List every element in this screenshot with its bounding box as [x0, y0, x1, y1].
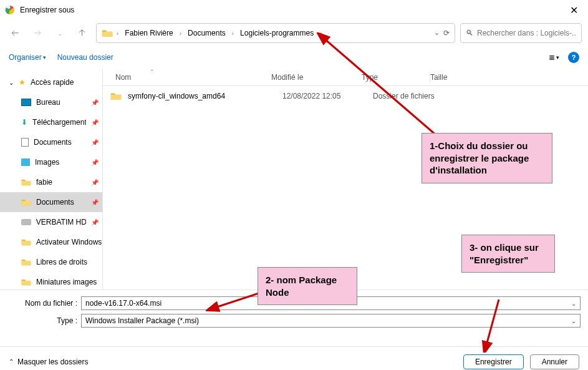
sidebar: ⌄ ★ Accès rapide Bureau 📌 ⬇ Téléchargeme…	[0, 69, 103, 290]
sidebar-item-libres[interactable]: Libres de droits	[0, 252, 102, 272]
crumb-sep-icon: ›	[232, 30, 234, 37]
chevron-up-icon: ⌃	[9, 358, 14, 365]
sidebar-item-label: Libres de droits	[36, 258, 87, 266]
pin-icon: 📌	[91, 179, 99, 186]
desktop-icon	[21, 99, 31, 106]
save-button[interactable]: Enregistrer	[463, 354, 524, 369]
column-name-label: Nom	[115, 73, 131, 82]
sidebar-item-label: Miniatures images	[36, 278, 97, 286]
annotation-1: 1-Choix du dossier ou enregistrer le pac…	[422, 133, 552, 183]
file-type: Dossier de fichiers	[373, 92, 466, 100]
pin-icon: 📌	[91, 119, 99, 126]
column-modified[interactable]: Modifié le	[271, 73, 362, 82]
forward-button[interactable]: 🡢	[29, 24, 46, 42]
refresh-icon[interactable]: ⟳	[443, 29, 450, 37]
sidebar-item-label: Images	[35, 158, 59, 167]
hide-folders-button[interactable]: ⌃ Masquer les dossiers	[9, 358, 88, 366]
pin-icon: 📌	[91, 99, 99, 106]
new-folder-button[interactable]: Nouveau dossier	[57, 53, 113, 62]
address-dropdown-icon[interactable]: ⌄	[434, 29, 440, 37]
folder-icon	[21, 258, 31, 266]
pin-icon: 📌	[91, 219, 99, 226]
sidebar-item-images[interactable]: Images 📌	[0, 152, 102, 172]
column-headers: Nom ⌃ Modifié le Type Taille	[103, 69, 588, 86]
sidebar-item-miniatures[interactable]: Miniatures images	[0, 272, 102, 290]
star-icon: ★	[19, 78, 26, 87]
close-button[interactable]: ✕	[565, 4, 583, 16]
hide-folders-label: Masquer les dossiers	[17, 358, 88, 366]
download-icon: ⬇	[21, 118, 27, 127]
sidebar-item-label: Activateur Windows	[36, 238, 102, 246]
sidebar-item-downloads[interactable]: ⬇ Téléchargements 📌	[0, 112, 102, 132]
search-icon: 🔍︎	[466, 29, 473, 37]
images-icon	[21, 158, 30, 166]
filetype-value: Windows Installer Package (*.msi)	[85, 316, 199, 325]
filename-label: Nom du fichier :	[7, 299, 77, 308]
column-size[interactable]: Taille	[430, 73, 480, 82]
sidebar-quick-access[interactable]: ⌄ ★ Accès rapide	[0, 72, 102, 92]
sidebar-item-label: fabie	[36, 178, 52, 187]
sidebar-item-documents-2[interactable]: Documents 📌	[0, 192, 102, 212]
folder-icon	[21, 198, 31, 206]
sidebar-item-label: Bureau	[36, 98, 60, 107]
chevron-down-icon: ⌄	[9, 79, 14, 86]
folder-icon	[102, 29, 113, 37]
pin-icon: 📌	[91, 159, 99, 166]
view-options-button[interactable]: ≣ ▾	[549, 53, 559, 62]
filetype-label: Type :	[7, 316, 77, 325]
sidebar-item-bureau[interactable]: Bureau 📌	[0, 92, 102, 112]
sidebar-item-label: VERBATIM HD	[36, 218, 86, 226]
organiser-label: Organiser	[9, 53, 42, 62]
column-name[interactable]: Nom ⌃	[115, 73, 271, 82]
column-type[interactable]: Type	[362, 73, 430, 82]
sidebar-item-documents[interactable]: Documents 📌	[0, 132, 102, 152]
annotation-2: 2- nom Package Node	[258, 267, 357, 305]
organiser-button[interactable]: Organiser ▾	[9, 53, 46, 62]
breadcrumb-documents[interactable]: Documents	[185, 27, 228, 39]
crumb-sep-icon: ›	[117, 30, 118, 37]
pin-icon: 📌	[91, 199, 99, 206]
navbar: 🡠 🡢 ⌄ 🡡 › Fabien Rivière › Documents › L…	[0, 20, 588, 46]
up-button[interactable]: 🡡	[74, 24, 91, 42]
drive-icon	[21, 219, 31, 225]
folder-icon	[110, 92, 122, 100]
crumb-sep-icon: ›	[320, 30, 322, 37]
toolbar: Organiser ▾ Nouveau dossier ≣ ▾ ?	[0, 46, 588, 69]
sidebar-item-label: Documents	[34, 138, 72, 147]
dropdown-icon[interactable]: ⌄	[571, 318, 576, 324]
back-button[interactable]: 🡠	[6, 24, 24, 42]
folder-icon	[21, 238, 31, 246]
sort-indicator-icon: ⌃	[150, 69, 155, 75]
recent-locations-button[interactable]: ⌄	[51, 24, 69, 42]
document-icon	[21, 138, 29, 147]
dropdown-icon: ▾	[43, 54, 46, 61]
folder-icon	[21, 278, 31, 286]
file-name: symfony-cli_windows_amd64	[128, 92, 282, 100]
folder-icon	[21, 178, 31, 186]
breadcrumb-logiciels[interactable]: Logiciels-programmes	[238, 27, 316, 39]
sidebar-item-label: Documents	[36, 198, 74, 207]
address-bar[interactable]: › Fabien Rivière › Documents › Logiciels…	[96, 23, 455, 43]
pin-icon: 📌	[91, 139, 99, 146]
sidebar-item-activateur[interactable]: Activateur Windows	[0, 232, 102, 252]
crumb-sep-icon: ›	[180, 30, 181, 37]
search-placeholder: Rechercher dans : Logiciels-...	[477, 29, 576, 37]
chrome-icon	[5, 5, 15, 15]
sidebar-item-fabie[interactable]: fabie 📌	[0, 172, 102, 192]
footer: ⌃ Masquer les dossiers Enregistrer Annul…	[0, 346, 588, 370]
annotation-3: 3- on clique sur "Enregistrer"	[461, 235, 555, 273]
sidebar-quick-label: Accès rapide	[31, 78, 74, 87]
sidebar-item-verbatim[interactable]: VERBATIM HD 📌	[0, 212, 102, 232]
sidebar-item-label: Téléchargements	[32, 118, 86, 127]
breadcrumb-user[interactable]: Fabien Rivière	[122, 27, 175, 39]
file-modified: 12/08/2022 12:05	[282, 92, 373, 100]
titlebar: Enregistrer sous ✕	[0, 0, 588, 20]
filename-value: node-v16.17.0-x64.msi	[85, 299, 161, 308]
file-row[interactable]: symfony-cli_windows_amd64 12/08/2022 12:…	[103, 86, 588, 106]
cancel-button[interactable]: Annuler	[530, 354, 579, 369]
search-input[interactable]: 🔍︎ Rechercher dans : Logiciels-...	[460, 23, 582, 43]
filetype-select[interactable]: Windows Installer Package (*.msi) ⌄	[81, 314, 581, 328]
dropdown-icon[interactable]: ⌄	[571, 300, 576, 307]
window-title: Enregistrer sous	[20, 6, 565, 14]
help-icon[interactable]: ?	[568, 52, 579, 63]
